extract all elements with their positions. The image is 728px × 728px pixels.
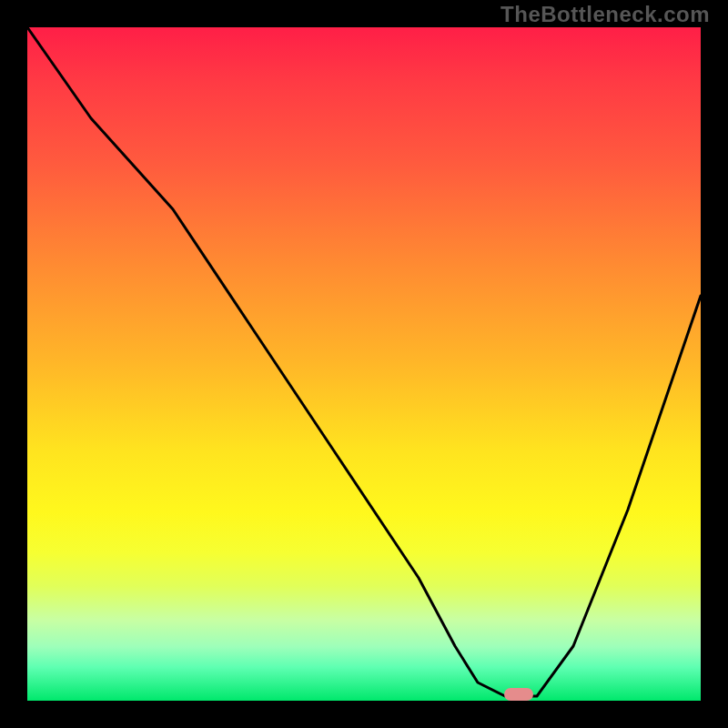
chart-frame: TheBottleneck.com [0, 0, 728, 728]
watermark-text: TheBottleneck.com [500, 2, 710, 27]
plot-area [27, 27, 701, 701]
optimal-marker [504, 688, 533, 701]
bottleneck-curve [27, 27, 701, 701]
